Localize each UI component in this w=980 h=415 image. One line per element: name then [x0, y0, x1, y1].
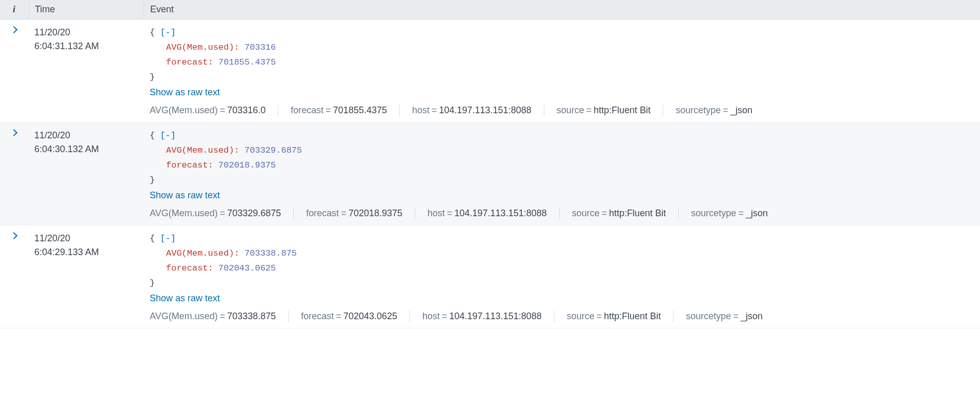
- time-cell[interactable]: 11/20/206:04:30.132 AM: [28, 122, 144, 225]
- info-icon[interactable]: i: [0, 0, 28, 19]
- json-key[interactable]: AVG(Mem.used): [166, 146, 234, 155]
- field-item[interactable]: host=104.197.113.151:8088: [412, 105, 544, 116]
- json-value[interactable]: 702043.0625: [218, 263, 276, 273]
- chevron-right-icon: [11, 27, 17, 33]
- field-key: sourcetype: [686, 311, 731, 321]
- json-collapse-toggle[interactable]: [-]: [160, 131, 176, 140]
- json-key[interactable]: AVG(Mem.used): [166, 43, 234, 52]
- json-colon: :: [208, 57, 218, 67]
- field-value: http:Fluent Bit: [604, 311, 661, 321]
- json-colon: :: [234, 146, 244, 155]
- json-block: { [-]AVG(Mem.used): 703338.875forecast: …: [150, 232, 974, 291]
- json-colon: :: [208, 263, 218, 273]
- time-cell[interactable]: 11/20/206:04:29.133 AM: [28, 225, 144, 328]
- field-item[interactable]: source=http:Fluent Bit: [572, 208, 679, 219]
- field-key: source: [572, 208, 600, 218]
- field-item[interactable]: forecast=702043.0625: [301, 311, 410, 322]
- field-equals: =: [595, 311, 604, 321]
- json-key[interactable]: forecast: [166, 57, 208, 67]
- show-raw-text-link[interactable]: Show as raw text: [150, 87, 220, 98]
- json-collapse-toggle[interactable]: [-]: [160, 28, 176, 37]
- json-key[interactable]: forecast: [166, 263, 208, 273]
- field-item[interactable]: host=104.197.113.151:8088: [427, 208, 560, 219]
- event-time: 6:04:29.133 AM: [34, 245, 137, 259]
- event-time: 6:04:31.132 AM: [34, 39, 137, 53]
- column-header-time[interactable]: Time: [28, 0, 144, 19]
- field-item[interactable]: source=http:Fluent Bit: [567, 311, 674, 322]
- show-raw-text-link[interactable]: Show as raw text: [150, 190, 220, 201]
- json-close-brace: }: [150, 278, 155, 288]
- time-cell[interactable]: 11/20/206:04:31.132 AM: [28, 19, 144, 122]
- field-key: source: [557, 105, 584, 115]
- event-time: 6:04:30.132 AM: [34, 142, 137, 156]
- event-cell: { [-]AVG(Mem.used): 703338.875forecast: …: [144, 225, 980, 328]
- field-value: 703316.0: [227, 105, 266, 115]
- expand-toggle[interactable]: [0, 225, 28, 328]
- field-item[interactable]: host=104.197.113.151:8088: [422, 311, 555, 322]
- field-item[interactable]: forecast=702018.9375: [306, 208, 415, 219]
- field-key: AVG(Mem.used): [150, 311, 218, 321]
- field-value: _json: [730, 105, 752, 115]
- field-equals: =: [218, 105, 228, 115]
- json-open-brace: {: [150, 131, 160, 140]
- field-equals: =: [218, 208, 228, 218]
- field-equals: =: [323, 105, 333, 115]
- field-value: 703329.6875: [227, 208, 281, 218]
- json-value[interactable]: 703316: [244, 43, 276, 52]
- field-value: http:Fluent Bit: [594, 105, 650, 115]
- field-item[interactable]: sourcetype=_json: [676, 105, 752, 116]
- field-value: 701855.4375: [333, 105, 387, 115]
- json-colon: :: [234, 248, 244, 258]
- field-key: forecast: [291, 105, 323, 115]
- field-key: AVG(Mem.used): [150, 208, 218, 218]
- events-table: i Time Event 11/20/206:04:31.132 AM{ [-]…: [0, 0, 980, 328]
- column-header-event[interactable]: Event: [144, 0, 980, 19]
- field-equals: =: [445, 208, 455, 218]
- event-fields: AVG(Mem.used)=703316.0forecast=701855.43…: [150, 105, 974, 116]
- show-raw-text-link[interactable]: Show as raw text: [150, 293, 220, 304]
- field-item[interactable]: sourcetype=_json: [686, 311, 763, 322]
- table-row: 11/20/206:04:29.133 AM{ [-]AVG(Mem.used)…: [0, 225, 980, 328]
- event-date: 11/20/20: [34, 26, 137, 39]
- field-item[interactable]: sourcetype=_json: [691, 208, 768, 219]
- json-open-brace: {: [150, 28, 160, 37]
- field-item[interactable]: AVG(Mem.used)=703338.875: [150, 311, 289, 322]
- json-key[interactable]: AVG(Mem.used): [166, 248, 234, 258]
- json-open-brace: {: [150, 234, 160, 243]
- field-key: sourcetype: [691, 208, 736, 218]
- json-value[interactable]: 702018.9375: [218, 160, 276, 170]
- json-value[interactable]: 701855.4375: [218, 57, 276, 67]
- json-collapse-toggle[interactable]: [-]: [160, 234, 176, 243]
- field-equals: =: [736, 208, 746, 218]
- field-equals: =: [334, 311, 343, 321]
- table-header: i Time Event: [0, 0, 980, 19]
- field-value: 104.197.113.151:8088: [450, 311, 542, 321]
- field-value: http:Fluent Bit: [609, 208, 666, 218]
- field-item[interactable]: source=http:Fluent Bit: [557, 105, 664, 116]
- event-fields: AVG(Mem.used)=703338.875forecast=702043.…: [150, 311, 974, 322]
- json-colon: :: [208, 160, 218, 170]
- field-item[interactable]: AVG(Mem.used)=703316.0: [150, 105, 278, 116]
- chevron-right-icon: [11, 130, 17, 136]
- json-close-brace: }: [150, 72, 155, 82]
- json-key[interactable]: forecast: [166, 160, 208, 170]
- json-value[interactable]: 703338.875: [244, 248, 297, 258]
- field-equals: =: [721, 105, 730, 115]
- json-value[interactable]: 703329.6875: [244, 146, 302, 155]
- field-equals: =: [430, 105, 439, 115]
- field-key: host: [422, 311, 440, 321]
- field-equals: =: [339, 208, 349, 218]
- event-date: 11/20/20: [34, 129, 137, 142]
- field-item[interactable]: AVG(Mem.used)=703329.6875: [150, 208, 294, 219]
- field-equals: =: [731, 311, 741, 321]
- expand-toggle[interactable]: [0, 19, 28, 122]
- field-item[interactable]: forecast=701855.4375: [291, 105, 400, 116]
- event-date: 11/20/20: [34, 232, 137, 245]
- field-key: sourcetype: [676, 105, 721, 115]
- field-value: 104.197.113.151:8088: [439, 105, 532, 115]
- field-value: 702018.9375: [349, 208, 402, 218]
- expand-toggle[interactable]: [0, 122, 28, 225]
- field-value: _json: [741, 311, 763, 321]
- field-equals: =: [218, 311, 228, 321]
- chevron-right-icon: [11, 233, 17, 239]
